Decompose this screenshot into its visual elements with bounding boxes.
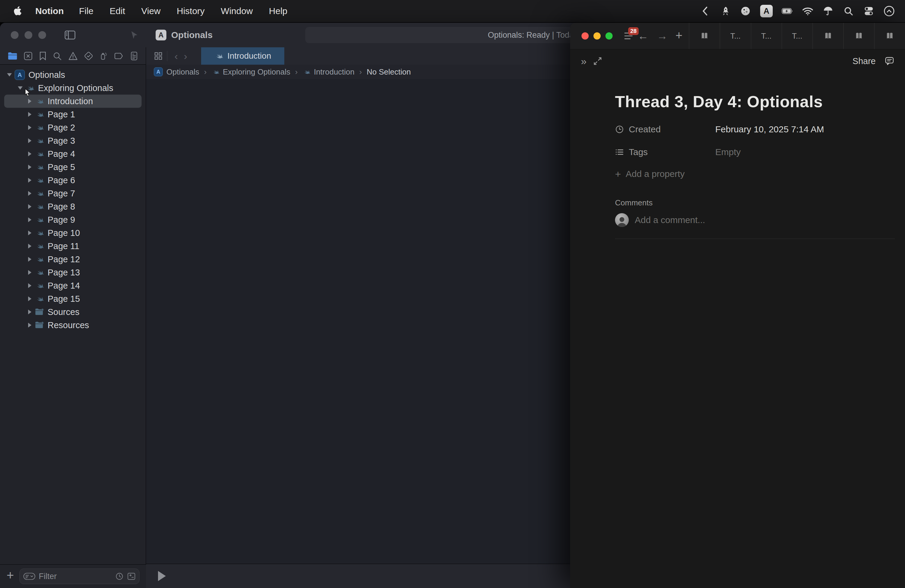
page-title[interactable]: Thread 3, Day 4: Optionals	[615, 92, 895, 111]
add-comment-row[interactable]: Add a comment...	[615, 212, 895, 229]
menu-item[interactable]: Edit	[102, 0, 133, 22]
sidebar-item[interactable]: Page 2	[4, 121, 141, 134]
sidebar-item[interactable]: Page 9	[4, 213, 141, 226]
disclosure-icon[interactable]	[28, 125, 32, 130]
disclosure-icon[interactable]	[28, 296, 32, 301]
disclosure-icon[interactable]	[28, 151, 32, 156]
sidebar-item[interactable]: Page 3	[4, 134, 141, 147]
run-destination-icon[interactable]	[129, 30, 140, 40]
control-center-icon[interactable]	[863, 5, 875, 17]
sidebar-item[interactable]: Sources	[4, 305, 141, 319]
notion-tab[interactable]: T...	[751, 23, 782, 49]
back-icon[interactable]: ‹	[171, 47, 181, 65]
disclosure-icon[interactable]	[28, 204, 32, 209]
sidebar-item[interactable]: Page 15	[4, 292, 141, 305]
zoom-button[interactable]	[605, 32, 613, 40]
add-property-button[interactable]: + Add a property	[615, 164, 895, 184]
sidebar-item[interactable]: Page 7	[4, 187, 141, 200]
breakpoint-navigator-icon[interactable]	[114, 52, 124, 60]
issue-navigator-icon[interactable]	[68, 51, 78, 60]
search-icon[interactable]	[843, 5, 854, 17]
comments-icon[interactable]	[884, 56, 894, 66]
rocket-icon[interactable]	[719, 5, 731, 17]
notion-tab[interactable]	[689, 23, 720, 49]
filter-field[interactable]: Filter	[19, 569, 140, 584]
circle-chevron-icon[interactable]	[883, 5, 895, 17]
share-button[interactable]: Share	[853, 56, 884, 66]
menu-item[interactable]: Window	[213, 0, 261, 22]
tab-introduction[interactable]: Introduction	[201, 47, 284, 65]
disclosure-icon[interactable]	[28, 230, 32, 235]
disclosure-icon[interactable]	[28, 112, 32, 117]
notion-sidebar-toggle-icon[interactable]: 28	[623, 32, 634, 40]
sidebar-item[interactable]: Page 4	[4, 147, 141, 161]
find-navigator-icon[interactable]	[53, 51, 62, 60]
zoom-button[interactable]	[38, 31, 46, 39]
menu-item[interactable]: View	[133, 0, 168, 22]
sidebar-item[interactable]: Page 14	[4, 279, 141, 292]
notion-tab[interactable]: T...	[782, 23, 813, 49]
apple-menu-icon[interactable]	[13, 6, 23, 16]
forward-icon[interactable]: →	[653, 30, 672, 42]
sidebar-item[interactable]: Resources	[4, 319, 141, 332]
sidebar-item[interactable]: Page 5	[4, 161, 141, 174]
activity-status-pill[interactable]: Optionals: Ready | Today a	[305, 27, 587, 43]
sidebar-item[interactable]: Page 6	[4, 174, 141, 187]
test-navigator-icon[interactable]	[84, 51, 93, 60]
disclosure-icon[interactable]	[28, 323, 32, 327]
report-navigator-icon[interactable]	[130, 51, 138, 60]
breadcrumb-item[interactable]: › Introduction	[294, 67, 355, 77]
forward-icon[interactable]: ›	[181, 47, 190, 65]
wifi-icon[interactable]	[802, 5, 813, 17]
bookmark-icon[interactable]	[39, 51, 46, 60]
open-full-page-icon[interactable]	[593, 57, 602, 65]
property-row[interactable]: Tags Empty	[615, 141, 895, 164]
disclosure-icon[interactable]	[28, 178, 32, 183]
project-navigator-icon[interactable]	[8, 52, 17, 60]
disclosure-icon[interactable]	[28, 244, 32, 248]
moon-icon[interactable]	[740, 5, 751, 17]
notion-tab[interactable]	[874, 23, 905, 49]
add-file-button[interactable]: +	[6, 568, 14, 583]
notion-page[interactable]: Thread 3, Day 4: Optionals Created Febru…	[570, 73, 905, 588]
disclosure-icon[interactable]	[28, 283, 32, 288]
disclosure-icon[interactable]	[7, 73, 12, 77]
sidebar-item[interactable]: Page 11	[4, 240, 141, 253]
menu-item[interactable]: History	[169, 0, 213, 22]
new-tab-button[interactable]: +	[672, 29, 686, 42]
breadcrumb-item[interactable]: › Exploring Optionals	[203, 67, 290, 77]
playground-editor[interactable]	[146, 79, 587, 564]
breadcrumb-item[interactable]: › No Selection	[358, 67, 411, 77]
menu-app-name[interactable]: Notion	[28, 0, 71, 22]
disclosure-icon[interactable]	[28, 310, 32, 315]
disclosure-icon[interactable]	[28, 270, 32, 275]
minimize-button[interactable]	[594, 32, 601, 40]
menu-item[interactable]: Help	[261, 0, 296, 22]
sidebar-root-optionals[interactable]: A Optionals	[0, 68, 146, 81]
menu-item[interactable]: File	[71, 0, 102, 22]
sidebar-item[interactable]: Page 13	[4, 266, 141, 279]
disclosure-icon[interactable]	[28, 99, 32, 103]
disclosure-icon[interactable]	[28, 217, 32, 222]
disclosure-icon[interactable]	[28, 257, 32, 262]
sidebar-group-exploring-optionals[interactable]: Exploring Optionals	[0, 81, 146, 95]
close-button[interactable]	[11, 31, 19, 39]
property-row[interactable]: Created February 10, 2025 7:14 AM	[615, 118, 895, 141]
expand-sidebar-icon[interactable]: »	[581, 56, 585, 67]
disclosure-icon[interactable]	[18, 86, 23, 90]
sidebar-toggle-icon[interactable]	[65, 30, 75, 40]
debug-navigator-icon[interactable]	[99, 51, 108, 60]
sidebar-item[interactable]: Page 1	[4, 108, 141, 121]
notion-tab[interactable]	[843, 23, 874, 49]
disclosure-icon[interactable]	[28, 191, 32, 196]
input-source-icon[interactable]: A	[760, 5, 773, 17]
breadcrumb-item[interactable]: › A Optionals	[154, 67, 199, 77]
run-playground-button[interactable]	[158, 571, 166, 581]
sidebar-item[interactable]: Page 8	[4, 200, 141, 213]
sidebar-item[interactable]: Page 10	[4, 226, 141, 240]
minimize-button[interactable]	[25, 31, 32, 39]
disclosure-icon[interactable]	[28, 138, 32, 143]
sidebar-item[interactable]: Page 12	[4, 253, 141, 266]
umbrella-icon[interactable]	[822, 5, 834, 17]
disclosure-icon[interactable]	[28, 165, 32, 170]
